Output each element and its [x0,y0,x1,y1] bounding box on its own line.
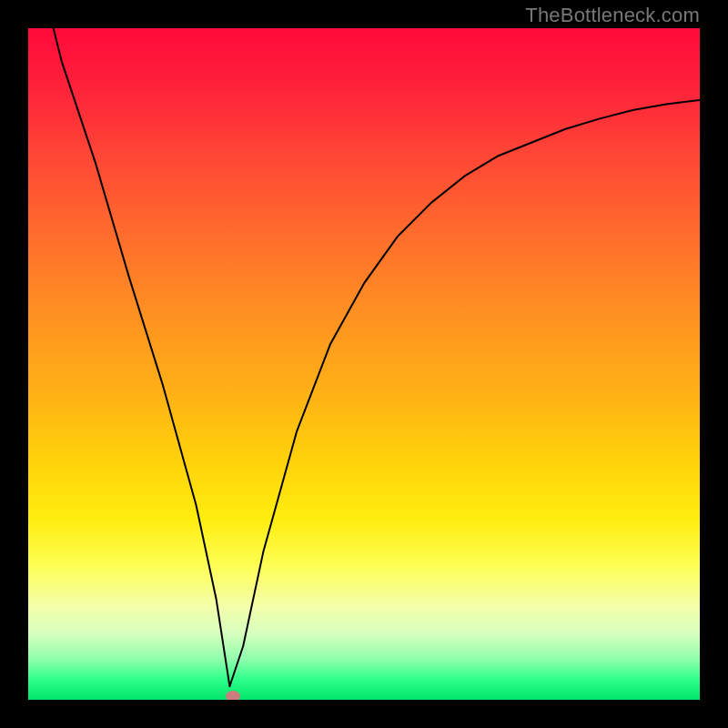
curve-path [28,28,700,686]
optimum-marker [226,691,240,700]
watermark-text: TheBottleneck.com [525,4,700,27]
plot-area [28,28,700,700]
chart-frame: TheBottleneck.com [0,0,728,728]
bottleneck-curve [28,28,700,700]
